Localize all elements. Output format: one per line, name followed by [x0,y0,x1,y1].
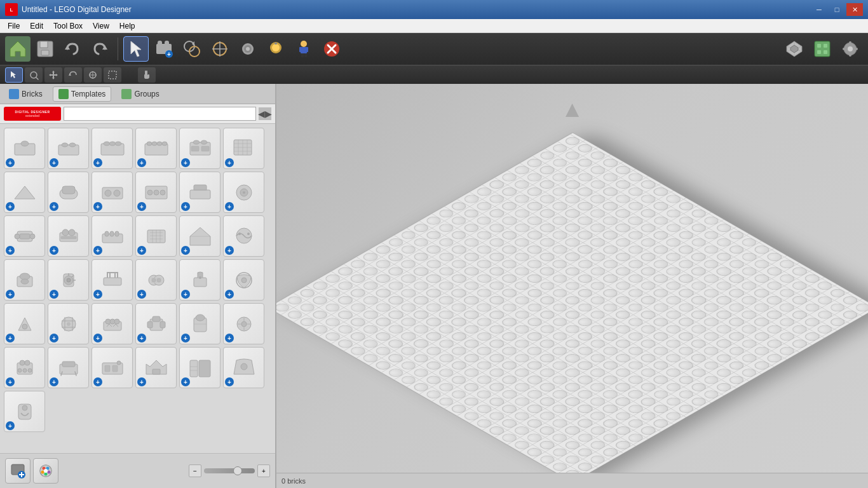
flex-icon [210,39,230,59]
minifig-button[interactable] [291,36,316,62]
add-part-icon: + [137,377,146,386]
lasso-button[interactable] [25,67,43,83]
list-item[interactable]: + [92,303,133,344]
camera-nav-button[interactable] [782,36,807,62]
list-item[interactable]: + [4,391,45,432]
maximize-button[interactable]: □ [829,3,845,16]
list-item[interactable]: + [48,172,89,213]
list-item[interactable]: + [4,303,45,344]
part-icon [12,269,37,291]
svg-rect-82 [20,234,30,239]
list-item[interactable]: + [135,259,177,301]
list-item[interactable]: + [223,303,264,344]
list-item[interactable]: + [135,128,177,169]
list-item[interactable]: + [179,172,220,213]
select-tool-button[interactable] [123,36,149,62]
list-item[interactable]: + [4,172,45,213]
add-part-icon: + [50,158,58,167]
list-item[interactable]: + [223,259,264,301]
zoom-in-button[interactable]: + [257,464,270,477]
close-button[interactable]: ✕ [846,3,863,16]
bricks-tab-label: Bricks [22,90,43,98]
zoom-out-button[interactable]: − [189,464,201,477]
list-item[interactable]: + [135,172,177,213]
add-to-palette-button[interactable] [5,458,31,484]
undo-button[interactable] [60,36,85,62]
svg-point-16 [301,41,307,47]
main-toolbar: + [0,33,868,65]
hinge-button[interactable] [235,36,261,62]
list-item[interactable]: + [223,347,264,388]
part-icon [56,181,81,203]
list-item[interactable]: + [223,128,264,169]
save-button[interactable] [32,36,58,62]
list-item[interactable]: + [179,128,220,169]
search-input[interactable] [64,107,256,121]
part-icon [100,225,125,247]
tab-groups[interactable]: Groups [116,87,164,101]
list-item[interactable]: + [135,347,177,388]
list-item[interactable]: + [92,128,133,169]
menu-edit[interactable]: Edit [25,20,48,32]
area-select-button[interactable] [104,67,121,83]
list-item[interactable]: + [179,303,220,344]
add-to-palette-icon [10,463,25,478]
list-item[interactable]: + [48,347,89,388]
list-item[interactable]: + [223,172,264,213]
list-item[interactable]: + [48,215,89,257]
size-slider[interactable] [204,468,255,473]
list-item[interactable]: + [179,215,220,257]
flex-button[interactable] [207,36,233,62]
list-item[interactable]: + [179,259,220,301]
hand-tool-button[interactable] [138,67,156,83]
viewport[interactable]: ▲ 0 bricks [276,84,868,488]
list-item[interactable]: + [223,215,264,257]
list-item[interactable]: + [92,172,133,213]
home-button[interactable] [5,36,31,62]
add-part-icon: + [225,246,234,255]
move-button[interactable] [44,67,62,83]
list-item[interactable]: + [92,259,133,301]
list-item[interactable]: + [92,347,133,388]
select-mode-button[interactable] [5,67,23,83]
view-mode-button[interactable] [810,36,835,62]
svg-rect-138 [153,316,160,322]
list-item[interactable]: + [4,347,45,388]
menu-toolbox[interactable]: Tool Box [48,20,88,32]
svg-rect-44 [58,145,79,155]
menu-help[interactable]: Help [114,20,140,32]
delete-button[interactable] [319,36,344,62]
list-item[interactable]: + [135,215,177,257]
list-item[interactable]: + [4,215,45,257]
svg-rect-137 [160,322,165,328]
clone-button[interactable] [179,36,205,62]
part-icon [231,225,257,247]
list-item[interactable]: + [179,347,220,388]
pivot-button[interactable] [84,67,102,83]
list-item[interactable]: + [4,128,45,169]
part-icon [56,313,81,335]
add-part-icon: + [137,246,146,255]
add-part-icon: + [225,334,234,342]
collapse-panel-button[interactable]: ◀▶ [259,107,271,120]
paint-button[interactable] [263,36,288,62]
list-item[interactable]: + [4,259,45,301]
rotate-button[interactable] [64,67,82,83]
menu-view[interactable]: View [88,20,114,32]
redo-button[interactable] [87,36,112,62]
groups-tab-icon [121,89,132,99]
part-icon [56,356,81,379]
settings-toolbar-button[interactable] [837,36,863,62]
list-item[interactable]: + [48,128,89,169]
add-brick-button[interactable]: + [151,36,177,62]
list-item[interactable]: + [135,303,177,344]
minimize-button[interactable]: ─ [811,3,827,16]
list-item[interactable]: + [48,259,89,301]
list-item[interactable]: + [48,303,89,344]
menu-file[interactable]: File [3,20,25,32]
tab-templates[interactable]: Templates [53,86,112,102]
color-palette-button[interactable] [33,458,58,484]
tab-bricks[interactable]: Bricks [4,87,48,101]
part-icon [56,137,81,159]
list-item[interactable]: + [92,215,133,257]
